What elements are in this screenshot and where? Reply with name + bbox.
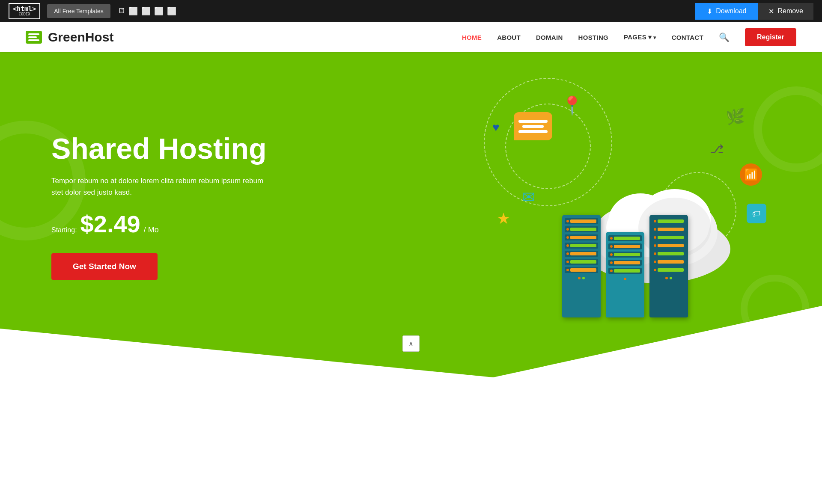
nav-contact[interactable]: CONTACT — [672, 34, 703, 41]
chat-line-1 — [518, 120, 548, 123]
remove-button[interactable]: ✕ Remove — [758, 3, 813, 20]
bottom-dot — [670, 277, 672, 279]
server-slot — [652, 251, 685, 257]
nav-domain[interactable]: DOMAIN — [536, 34, 563, 41]
bottom-dot — [578, 277, 581, 279]
hero-content: Shared Hosting Tempor rebum no at dolore… — [0, 52, 822, 377]
server-slot — [652, 218, 685, 224]
server-slot — [652, 243, 685, 249]
server-dot — [566, 236, 569, 239]
leaf-icon: 🌿 — [726, 108, 745, 126]
server-slot — [608, 243, 642, 249]
server-dot — [610, 237, 613, 240]
server-slot — [608, 260, 642, 266]
server-bar — [570, 268, 596, 272]
topbar-right: ⬇ Download ✕ Remove — [695, 3, 813, 20]
star-icon: ★ — [497, 210, 510, 228]
nav-home[interactable]: HOME — [462, 34, 482, 41]
navbar: GreenHost HOME ABOUT DOMAIN HOSTING PAGE… — [0, 22, 822, 52]
remove-label: Remove — [777, 7, 803, 15]
server-dot — [654, 252, 656, 255]
server-tower-2 — [606, 232, 644, 317]
logo-text: <html>CODEX — [13, 6, 36, 17]
server-slot — [652, 226, 685, 232]
server-bar — [658, 268, 684, 272]
register-button[interactable]: Register — [745, 28, 796, 46]
server-bar — [570, 260, 596, 264]
mobile-icon[interactable]: ⬜ — [167, 6, 176, 16]
server-tower-3 — [649, 215, 688, 317]
brand-name: GreenHost — [48, 30, 113, 44]
server-dot — [610, 253, 613, 256]
heart-icon: ♥ — [492, 121, 500, 134]
server-bar — [614, 253, 640, 256]
tag-icon: 🏷 — [747, 204, 766, 223]
nav-hosting[interactable]: HOSTING — [578, 34, 608, 41]
desktop-icon[interactable]: 🖥 — [117, 6, 125, 15]
server-dot — [566, 228, 569, 231]
server-bottom-dots — [565, 277, 598, 279]
laptop-icon[interactable]: ⬜ — [128, 6, 138, 16]
branch-icon: ⎇ — [710, 142, 724, 156]
below-hero — [0, 377, 822, 454]
bottom-dot — [582, 277, 585, 279]
server-slot — [565, 259, 598, 265]
nav-about[interactable]: ABOUT — [497, 34, 521, 41]
brand-icon-line1 — [28, 33, 39, 35]
brand-icon-line2 — [28, 36, 37, 38]
server-dot — [610, 245, 613, 248]
chat-bubble-icon — [514, 112, 552, 140]
topbar: <html>CODEX All Free Templates 🖥 ⬜ ⬜ ⬜ ⬜… — [0, 0, 822, 22]
server-bottom-dots — [608, 278, 642, 280]
tablet-icon[interactable]: ⬜ — [141, 6, 151, 16]
all-free-templates-button[interactable]: All Free Templates — [47, 4, 110, 18]
brand: GreenHost — [26, 30, 113, 44]
server-tower-1 — [562, 215, 601, 317]
server-bottom-dots — [652, 277, 685, 279]
server-bar — [658, 228, 684, 231]
server-slot — [565, 251, 598, 257]
server-slot — [565, 267, 598, 273]
wifi-icon: 📶 — [740, 163, 762, 186]
price-amount: $2.49 — [80, 210, 140, 238]
server-dot — [566, 220, 569, 222]
price-unit: / Mo — [144, 225, 159, 234]
tablet-small-icon[interactable]: ⬜ — [154, 6, 164, 16]
server-bar — [658, 236, 684, 239]
server-slot — [652, 234, 685, 240]
server-bar — [570, 252, 596, 255]
hero-text: Shared Hosting Tempor rebum no at dolore… — [51, 133, 274, 280]
nav-pages[interactable]: PAGES ▾ — [624, 33, 656, 41]
scroll-up-button[interactable]: ∧ — [402, 335, 420, 352]
server-slot — [565, 226, 598, 232]
brand-icon-line3 — [28, 39, 39, 41]
server-slot — [608, 235, 642, 241]
server-slot — [608, 252, 642, 258]
server-bar — [658, 244, 684, 247]
server-dot — [566, 244, 569, 247]
device-icons: 🖥 ⬜ ⬜ ⬜ ⬜ — [117, 6, 176, 16]
server-bar — [614, 261, 640, 264]
server-dot — [566, 261, 569, 263]
server-bar — [570, 219, 596, 223]
hero-price: Starting: $2.49 / Mo — [51, 210, 274, 238]
search-icon[interactable]: 🔍 — [719, 32, 730, 42]
price-label: Starting: — [51, 226, 77, 234]
download-label: Download — [716, 7, 746, 15]
server-bar — [658, 260, 684, 264]
server-slot — [652, 267, 685, 273]
hero-illustration: 📍 ♥ ★ ✉ 🌿 📶 🏷 ⎇ — [480, 86, 771, 326]
server-slot — [565, 234, 598, 240]
server-slot — [608, 268, 642, 274]
server-bar — [614, 237, 640, 240]
server-bar — [570, 236, 596, 239]
get-started-button[interactable]: Get Started Now — [51, 253, 158, 280]
chat-line-2 — [522, 125, 544, 128]
location-pin-icon: 📍 — [561, 95, 583, 116]
topbar-left: <html>CODEX All Free Templates 🖥 ⬜ ⬜ ⬜ ⬜ — [9, 3, 176, 19]
chat-line-3 — [518, 130, 548, 133]
server-bar — [570, 228, 596, 231]
server-bar — [614, 245, 640, 248]
server-bar — [570, 244, 596, 247]
download-button[interactable]: ⬇ Download — [695, 3, 758, 20]
